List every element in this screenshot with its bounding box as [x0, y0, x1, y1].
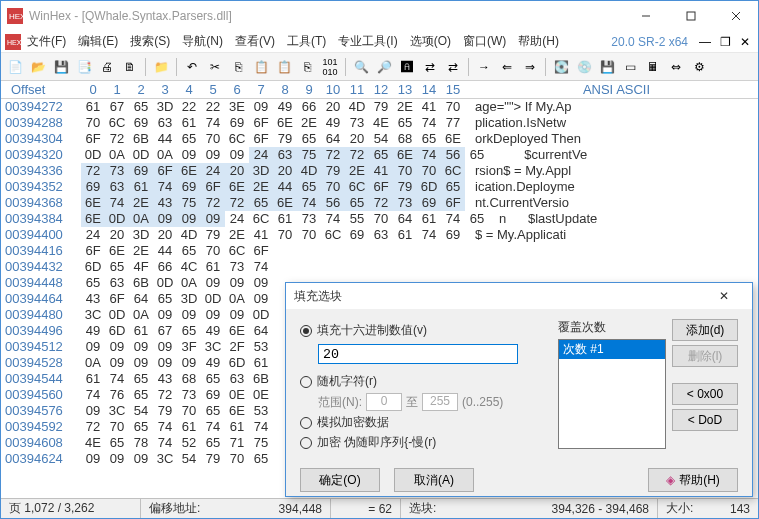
ascii-cell[interactable]: $ = My.Applicati — [465, 227, 566, 243]
byte-cell[interactable]: 0A — [177, 275, 201, 291]
byte-cell[interactable]: 6E — [393, 147, 417, 163]
byte-cell[interactable]: 4D — [297, 163, 321, 179]
byte-cell[interactable]: 72 — [369, 195, 393, 211]
byte-cell[interactable]: 74 — [441, 211, 465, 227]
byte-cell[interactable]: 6F — [249, 131, 273, 147]
byte-cell[interactable]: 70 — [441, 99, 465, 115]
byte-cell[interactable]: 6D — [81, 259, 105, 275]
byte-cell[interactable]: 61 — [129, 323, 153, 339]
byte-cell[interactable]: 65 — [129, 387, 153, 403]
menu-edit[interactable]: 编辑(E) — [72, 31, 124, 52]
byte-cell[interactable]: 09 — [225, 307, 249, 323]
byte-cell[interactable]: 65 — [249, 451, 273, 467]
byte-cell[interactable]: 79 — [201, 227, 225, 243]
byte-cell[interactable]: 0E — [249, 387, 273, 403]
byte-cell[interactable]: 6E — [225, 323, 249, 339]
dialog-titlebar[interactable]: 填充选块 ✕ — [286, 283, 752, 309]
byte-cell[interactable]: 69 — [129, 163, 153, 179]
byte-cell[interactable]: 09 — [105, 355, 129, 371]
byte-cell[interactable]: 55 — [345, 211, 369, 227]
byte-cell[interactable]: 69 — [129, 115, 153, 131]
byte-cell[interactable]: 72 — [81, 163, 105, 179]
byte-cell[interactable]: 6B — [129, 275, 153, 291]
range-from-input[interactable]: 0 — [366, 393, 402, 411]
byte-cell[interactable]: 09 — [153, 307, 177, 323]
byte-cell[interactable]: 61 — [249, 355, 273, 371]
byte-cell[interactable]: 4F — [129, 259, 153, 275]
find-icon[interactable]: 🔍 — [351, 57, 371, 77]
byte-cell[interactable]: 09 — [129, 339, 153, 355]
ascii-cell[interactable] — [273, 355, 283, 371]
byte-cell[interactable]: 24 — [249, 147, 273, 163]
ascii-cell[interactable]: n $lastUpdate — [489, 211, 597, 227]
byte-cell[interactable]: 65 — [201, 435, 225, 451]
back-icon[interactable]: ⇐ — [497, 57, 517, 77]
saveas-icon[interactable]: 📑 — [74, 57, 94, 77]
close-button[interactable] — [713, 1, 758, 31]
byte-cell[interactable]: 09 — [201, 147, 225, 163]
byte-cell[interactable]: 0D — [129, 147, 153, 163]
byte-cell[interactable]: 73 — [105, 163, 129, 179]
byte-cell[interactable]: 6F — [441, 195, 465, 211]
byte-cell[interactable]: 2E — [345, 163, 369, 179]
byte-cell[interactable]: 09 — [177, 211, 201, 227]
byte-cell[interactable]: 77 — [441, 115, 465, 131]
hex-value-input[interactable] — [318, 344, 518, 364]
disk1-icon[interactable]: 💽 — [551, 57, 571, 77]
byte-cell[interactable]: 3C — [81, 307, 105, 323]
byte-cell[interactable]: 65 — [177, 131, 201, 147]
mdi-restore-icon[interactable]: ❐ — [716, 33, 734, 51]
byte-cell[interactable]: 61 — [129, 179, 153, 195]
byte-cell[interactable]: 69 — [417, 195, 441, 211]
mdi-minimize-icon[interactable]: — — [696, 33, 714, 51]
menu-tools[interactable]: 工具(T) — [281, 31, 332, 52]
byte-cell[interactable]: 09 — [201, 275, 225, 291]
byte-cell[interactable]: 6C — [249, 211, 273, 227]
byte-cell[interactable]: 74 — [201, 419, 225, 435]
menu-protools[interactable]: 专业工具(I) — [332, 31, 403, 52]
byte-cell[interactable]: 76 — [105, 387, 129, 403]
goto-icon[interactable]: → — [474, 57, 494, 77]
byte-cell[interactable]: 24 — [201, 163, 225, 179]
ascii-cell[interactable] — [273, 371, 283, 387]
byte-cell[interactable]: 4E — [81, 435, 105, 451]
byte-cell[interactable]: 75 — [249, 435, 273, 451]
byte-cell[interactable]: 2E — [249, 179, 273, 195]
byte-cell[interactable]: 6E — [441, 131, 465, 147]
dialog-close-button[interactable]: ✕ — [704, 283, 744, 309]
ascii-cell[interactable] — [273, 387, 283, 403]
byte-cell[interactable]: 09 — [81, 451, 105, 467]
ascii-cell[interactable]: age=""> If My.Ap — [465, 99, 571, 115]
byte-cell[interactable]: 09 — [81, 403, 105, 419]
hex-row[interactable]: 003943367273696F6E24203D204D792E4170706C… — [1, 163, 758, 179]
byte-cell[interactable]: 09 — [177, 307, 201, 323]
hex-row[interactable]: 003942726167653D22223E094966204D792E4170… — [1, 99, 758, 115]
pass-item[interactable]: 次数 #1 — [559, 340, 665, 359]
byte-cell[interactable]: 24 — [225, 211, 249, 227]
byte-cell[interactable]: 6E — [225, 179, 249, 195]
menu-file[interactable]: 文件(F) — [21, 31, 72, 52]
byte-cell[interactable]: 2F — [225, 339, 249, 355]
range-to-input[interactable]: 255 — [422, 393, 458, 411]
ascii-cell[interactable] — [273, 259, 283, 275]
replace2-icon[interactable]: ⇄ — [443, 57, 463, 77]
byte-cell[interactable]: 20 — [153, 227, 177, 243]
props-icon[interactable]: 🗎 — [120, 57, 140, 77]
radio-random[interactable]: 随机字符(r) — [300, 373, 546, 390]
copyhex-icon[interactable]: ⎘ — [297, 57, 317, 77]
byte-cell[interactable]: 54 — [177, 451, 201, 467]
byte-cell[interactable]: 69 — [225, 115, 249, 131]
byte-cell[interactable]: 0D — [81, 147, 105, 163]
byte-cell[interactable]: 0D — [153, 275, 177, 291]
byte-cell[interactable]: 61 — [81, 99, 105, 115]
ascii-cell[interactable] — [273, 339, 283, 355]
byte-cell[interactable]: 70 — [177, 403, 201, 419]
byte-cell[interactable]: 09 — [201, 307, 225, 323]
byte-cell[interactable]: 65 — [393, 115, 417, 131]
byte-cell[interactable]: 4E — [369, 115, 393, 131]
byte-cell[interactable]: 65 — [177, 323, 201, 339]
byte-cell[interactable]: 65 — [465, 147, 489, 163]
byte-cell[interactable]: 20 — [345, 131, 369, 147]
calc-icon[interactable]: 🖩 — [643, 57, 663, 77]
byte-cell[interactable]: 71 — [225, 435, 249, 451]
